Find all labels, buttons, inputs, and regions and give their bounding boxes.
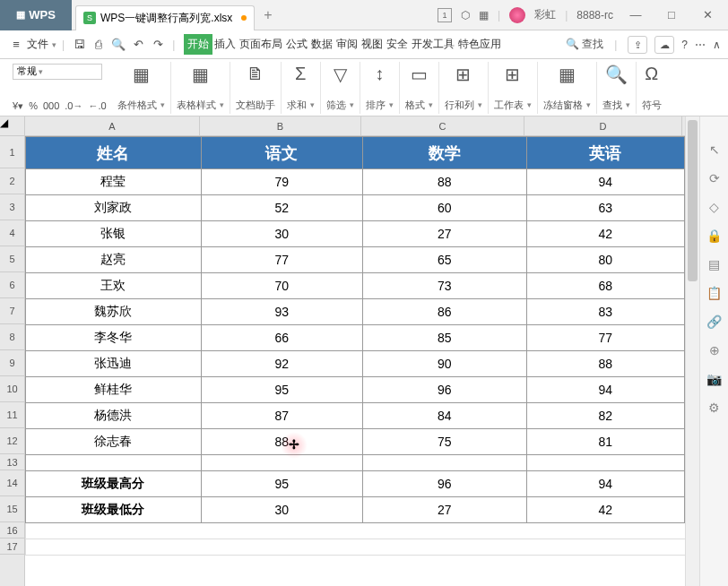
- cell[interactable]: 65: [363, 247, 526, 273]
- close-button[interactable]: ✕: [694, 8, 721, 22]
- cell[interactable]: 87: [201, 403, 362, 429]
- cell[interactable]: [363, 539, 526, 556]
- cell[interactable]: [201, 539, 362, 556]
- settings-icon[interactable]: ⚙: [706, 400, 723, 416]
- help-icon[interactable]: ?: [681, 39, 688, 51]
- freeze-button[interactable]: 冻结窗格: [543, 99, 591, 112]
- table-style-button[interactable]: 表格样式: [177, 99, 224, 112]
- tab-layout[interactable]: 页面布局: [238, 34, 284, 55]
- cell[interactable]: 96: [363, 377, 526, 403]
- rowcol-button[interactable]: 行和列: [445, 99, 482, 112]
- cell[interactable]: 63: [526, 195, 685, 221]
- cell[interactable]: 张银: [26, 221, 202, 247]
- cell[interactable]: 27: [363, 497, 526, 523]
- cell[interactable]: [201, 455, 362, 471]
- tab-formula[interactable]: 公式: [284, 34, 309, 55]
- cell[interactable]: 88: [363, 169, 526, 195]
- cell[interactable]: 姓名: [26, 137, 202, 169]
- column-headers[interactable]: ABCD: [25, 116, 685, 136]
- file-menu[interactable]: 文件: [27, 37, 56, 52]
- maximize-button[interactable]: □: [658, 8, 685, 22]
- cell[interactable]: 95: [201, 377, 362, 403]
- symbol-icon[interactable]: Ω: [645, 64, 658, 84]
- tab-dev[interactable]: 开发工具: [410, 34, 456, 55]
- avatar[interactable]: [509, 7, 525, 23]
- cond-fmt-icon[interactable]: ▦: [133, 64, 150, 85]
- cell[interactable]: 94: [526, 471, 685, 497]
- cell[interactable]: 94: [526, 169, 685, 195]
- symbol-button[interactable]: 符号: [642, 99, 662, 112]
- cell[interactable]: 数学: [363, 137, 526, 169]
- undo-icon[interactable]: ↶: [129, 38, 147, 51]
- row-header-10[interactable]: 10: [0, 376, 24, 402]
- cell[interactable]: 77: [201, 247, 362, 273]
- cell[interactable]: 班级最低分: [26, 497, 202, 523]
- save-icon[interactable]: 🖫: [70, 38, 88, 51]
- row-header-1[interactable]: 1: [0, 136, 24, 168]
- cell[interactable]: 75: [363, 429, 526, 455]
- tab-special[interactable]: 特色应用: [456, 34, 503, 55]
- doc-helper-button[interactable]: 文档助手: [236, 99, 275, 112]
- cell[interactable]: 80: [526, 247, 685, 273]
- minimize-button[interactable]: —: [622, 8, 649, 22]
- cell[interactable]: 68: [526, 273, 685, 299]
- search-button[interactable]: 🔍 查找: [566, 37, 603, 52]
- cell[interactable]: 70: [201, 273, 362, 299]
- document-tab[interactable]: S WPS一键调整行高列宽.xlsx: [75, 5, 255, 30]
- freeze-icon[interactable]: ▦: [559, 64, 576, 85]
- cell[interactable]: 81: [526, 429, 685, 455]
- scrollbar-thumb[interactable]: [688, 120, 698, 281]
- cell[interactable]: [526, 523, 685, 539]
- find-button[interactable]: 查找: [602, 99, 630, 112]
- cell[interactable]: 84: [363, 403, 526, 429]
- cell[interactable]: 王欢: [26, 273, 202, 299]
- row-header-3[interactable]: 3: [0, 194, 24, 220]
- col-header-A[interactable]: A: [25, 116, 200, 135]
- currency-icon[interactable]: ¥▾: [13, 100, 23, 112]
- cell[interactable]: 鲜桂华: [26, 377, 202, 403]
- share-icon[interactable]: ⇪: [628, 36, 647, 54]
- percent-icon[interactable]: %: [29, 100, 38, 112]
- print-icon[interactable]: ⎙: [90, 38, 108, 51]
- cell[interactable]: 92: [201, 351, 362, 377]
- menu-icon[interactable]: ≡: [7, 38, 25, 51]
- row-header-11[interactable]: 11: [0, 402, 24, 428]
- cell[interactable]: 96: [363, 471, 526, 497]
- cell[interactable]: 李冬华: [26, 325, 202, 351]
- row-headers[interactable]: 1234567891011121314151617: [0, 136, 25, 586]
- sort-icon[interactable]: ↕: [375, 64, 384, 84]
- redo-icon[interactable]: ↷: [149, 38, 167, 51]
- tab-view[interactable]: 视图: [360, 34, 385, 55]
- row-header-7[interactable]: 7: [0, 298, 24, 324]
- cond-fmt-button[interactable]: 条件格式: [117, 99, 165, 112]
- row-header-13[interactable]: 13: [0, 454, 24, 470]
- tab-review[interactable]: 审阅: [334, 34, 360, 55]
- link-icon[interactable]: 🔗: [706, 314, 723, 330]
- row-header-9[interactable]: 9: [0, 350, 24, 376]
- cell[interactable]: 27: [363, 221, 526, 247]
- cell[interactable]: [363, 455, 526, 471]
- worksheet-icon[interactable]: ⊞: [505, 64, 520, 85]
- backup-icon[interactable]: ⊕: [706, 342, 723, 358]
- hexagon-icon[interactable]: ⬡: [461, 9, 470, 22]
- cell[interactable]: 94: [526, 377, 685, 403]
- row-header-14[interactable]: 14: [0, 470, 24, 496]
- cell[interactable]: 42: [526, 497, 685, 523]
- col-header-B[interactable]: B: [200, 116, 361, 135]
- cell[interactable]: 刘家政: [26, 195, 202, 221]
- cell[interactable]: 30: [201, 497, 362, 523]
- row-header-5[interactable]: 5: [0, 246, 24, 272]
- cell[interactable]: 52: [201, 195, 362, 221]
- cell[interactable]: [201, 523, 362, 539]
- cell[interactable]: 82: [526, 403, 685, 429]
- cloud-icon[interactable]: ☁: [654, 36, 674, 54]
- cell[interactable]: 66: [201, 325, 362, 351]
- cell[interactable]: [526, 455, 685, 471]
- cell[interactable]: 73: [363, 273, 526, 299]
- cell[interactable]: [26, 539, 202, 556]
- sum-button[interactable]: 求和: [287, 99, 315, 112]
- table-style-icon[interactable]: ▦: [192, 64, 209, 85]
- collapse-ribbon-icon[interactable]: ∧: [713, 39, 721, 51]
- cell[interactable]: 95: [201, 471, 362, 497]
- cell[interactable]: 徐志春: [26, 429, 202, 455]
